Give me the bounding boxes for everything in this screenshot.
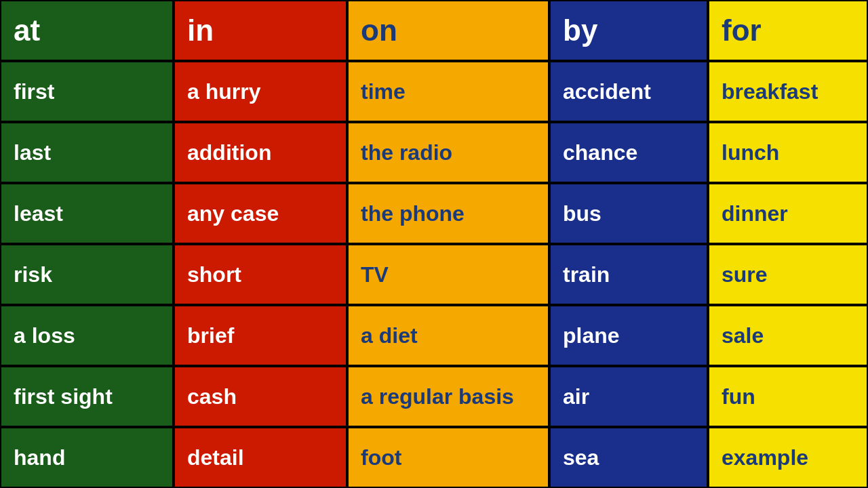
cell-on: a regular basis [347, 366, 549, 427]
cell-for: lunch [708, 122, 868, 183]
table-row: firsta hurrytimeaccidentbreakfast [0, 61, 868, 122]
table-header-row: at in on by for [0, 0, 868, 61]
table-body: firsta hurrytimeaccidentbreakfastlastadd… [0, 61, 868, 488]
cell-for: sale [708, 305, 868, 366]
cell-in: a hurry [174, 61, 347, 122]
cell-by: chance [549, 122, 708, 183]
cell-on: a diet [347, 305, 549, 366]
cell-in: cash [174, 366, 347, 427]
cell-by: bus [549, 183, 708, 244]
cell-at: hand [0, 427, 174, 488]
table-row: riskshortTVtrainsure [0, 244, 868, 305]
cell-by: air [549, 366, 708, 427]
table-row: first sightcasha regular basisairfun [0, 366, 868, 427]
cell-on: TV [347, 244, 549, 305]
cell-on: the radio [347, 122, 549, 183]
preposition-table: at in on by for firsta hurrytimeaccident… [0, 0, 868, 488]
table-row: leastany casethe phonebusdinner [0, 183, 868, 244]
cell-on: foot [347, 427, 549, 488]
cell-in: addition [174, 122, 347, 183]
header-in: in [174, 0, 347, 61]
cell-at: last [0, 122, 174, 183]
cell-for: dinner [708, 183, 868, 244]
cell-by: train [549, 244, 708, 305]
cell-for: sure [708, 244, 868, 305]
cell-at: first sight [0, 366, 174, 427]
cell-in: brief [174, 305, 347, 366]
header-by: by [549, 0, 708, 61]
cell-for: example [708, 427, 868, 488]
table-row: lastadditionthe radiochancelunch [0, 122, 868, 183]
cell-at: first [0, 61, 174, 122]
cell-on: time [347, 61, 549, 122]
cell-in: any case [174, 183, 347, 244]
header-at: at [0, 0, 174, 61]
cell-for: fun [708, 366, 868, 427]
table-row: a lossbriefa dietplanesale [0, 305, 868, 366]
cell-by: sea [549, 427, 708, 488]
cell-by: accident [549, 61, 708, 122]
cell-at: a loss [0, 305, 174, 366]
cell-at: least [0, 183, 174, 244]
cell-in: detail [174, 427, 347, 488]
cell-at: risk [0, 244, 174, 305]
header-on: on [347, 0, 549, 61]
cell-on: the phone [347, 183, 549, 244]
cell-for: breakfast [708, 61, 868, 122]
cell-by: plane [549, 305, 708, 366]
cell-in: short [174, 244, 347, 305]
table-row: handdetailfootseaexample [0, 427, 868, 488]
header-for: for [708, 0, 868, 61]
